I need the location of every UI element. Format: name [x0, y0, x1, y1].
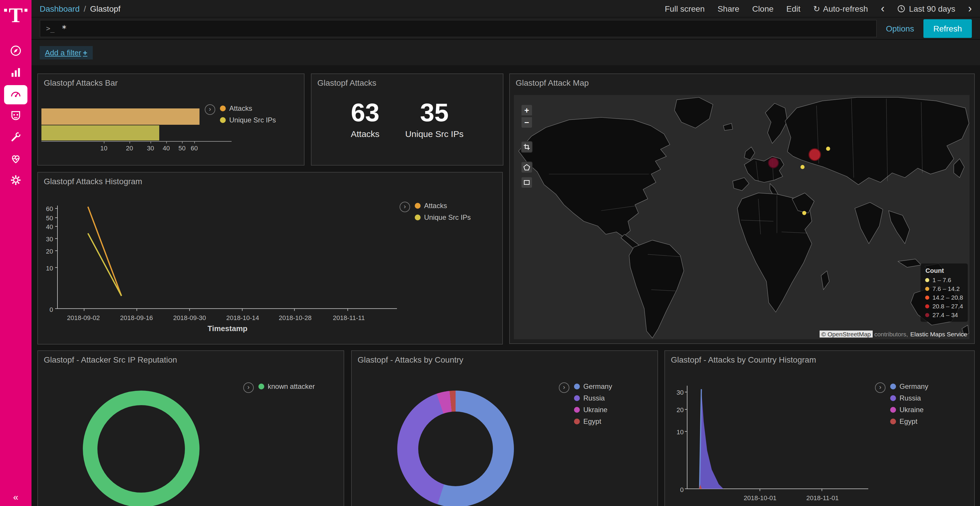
sidebar-item-tpot[interactable] [4, 107, 27, 126]
legend-toggle-icon[interactable]: › [875, 382, 886, 393]
legend-item-egypt[interactable]: Egypt [574, 417, 612, 425]
legend-item-unique-src-ips[interactable]: Unique Src IPs [220, 116, 276, 124]
zoom-in-button[interactable]: + [521, 104, 533, 116]
attack-marker[interactable] [809, 149, 821, 160]
country-donut-chart[interactable] [397, 390, 514, 506]
panel-attack-map: Glastopf Attack Map [509, 73, 975, 344]
series-line-unique-src-ips[interactable] [88, 233, 121, 296]
breadcrumb-dashboard-link[interactable]: Dashboard [40, 4, 80, 13]
x-tick [151, 141, 151, 143]
time-back-chevron-icon[interactable]: ‹ [881, 3, 885, 14]
osm-attribution-link[interactable]: © OpenStreetMap [819, 330, 873, 338]
area-russia[interactable] [700, 389, 723, 489]
x-axis-title: Timestamp [735, 505, 805, 506]
legend-toggle-icon[interactable]: › [559, 382, 570, 393]
panel-attacks-bar: Glastopf Attacks Bar 10 20 30 40 50 60 › [37, 73, 304, 165]
legend-toggle-icon[interactable]: › [243, 382, 254, 393]
topbar: Dashboard / Glastopf Full screen Share C… [32, 0, 980, 17]
bar-unique-src-ips[interactable] [41, 125, 159, 141]
search-query-input[interactable]: >_ * [40, 19, 877, 37]
legend-item-russia[interactable]: Russia [574, 394, 612, 402]
time-range-picker[interactable]: Last 90 days [897, 4, 956, 13]
legend-dot [574, 395, 580, 401]
gauge-icon [10, 87, 22, 102]
sidebar-item-discover[interactable] [4, 42, 27, 61]
filter-bar: Add a filter+ [32, 40, 980, 65]
legend-toggle-icon[interactable]: › [399, 202, 410, 212]
zoom-out-button[interactable]: − [521, 117, 533, 128]
sidebar-item-health[interactable] [4, 150, 27, 169]
mask-icon [10, 109, 22, 124]
query-prompt-icon: >_ [46, 24, 54, 32]
clock-icon [897, 5, 905, 13]
se-asia [889, 211, 910, 244]
share-button[interactable]: Share [718, 4, 740, 13]
sidebar-item-settings[interactable] [4, 171, 27, 190]
legend-item-unique-src-ips[interactable]: Unique Src IPs [415, 213, 471, 222]
dashboard-grid: Glastopf Attacks Bar 10 20 30 40 50 60 › [32, 65, 980, 506]
clone-button[interactable]: Clone [752, 4, 773, 13]
legend-dot [220, 106, 226, 111]
full-screen-button[interactable]: Full screen [665, 4, 705, 13]
legend-item-attacks[interactable]: Attacks [220, 104, 276, 113]
sidebar-item-dashboard[interactable] [4, 85, 27, 104]
gear-icon [10, 173, 22, 189]
legend-item-known-attacker[interactable]: known attacker [258, 382, 315, 390]
telekom-logo[interactable]: T [4, 5, 27, 33]
series-line-attacks[interactable] [88, 207, 121, 296]
time-forward-chevron-icon[interactable]: › [968, 3, 972, 14]
crop-icon [523, 143, 530, 151]
attack-marker[interactable] [768, 158, 778, 168]
legend-row: 7.6 – 14.2 [926, 285, 963, 292]
sidebar-collapse-icon[interactable]: « [0, 492, 32, 503]
legend-item-egypt[interactable]: Egypt [890, 417, 928, 425]
world-map-svg [514, 95, 969, 339]
donut-slice-known-attacker[interactable] [83, 390, 199, 506]
bar-attacks[interactable] [41, 108, 199, 125]
legend-dot [220, 117, 226, 123]
british-isles [745, 147, 755, 160]
legend-toggle-icon[interactable]: › [205, 104, 215, 115]
attack-marker[interactable] [802, 211, 806, 215]
legend-item-ukraine[interactable]: Ukraine [890, 406, 928, 414]
legend-dot [415, 203, 421, 209]
indonesia [898, 259, 921, 267]
attack-marker[interactable] [800, 165, 804, 169]
auto-refresh-button[interactable]: ↻ Auto-refresh [813, 4, 868, 13]
metric-value: 63 [351, 100, 379, 125]
edit-button[interactable]: Edit [786, 4, 800, 13]
add-filter-button[interactable]: Add a filter+ [40, 46, 93, 59]
panel-src-ip-reputation: Glastopf - Attacker Src IP Reputation › … [37, 351, 344, 506]
legend-item-germany[interactable]: Germany [890, 382, 928, 390]
metric-unique-src-ips: 35 Unique Src IPs [405, 100, 463, 139]
world-map[interactable]: + − Count 1 – 7.6 7.6 – 14 [514, 95, 969, 339]
refresh-cycle-icon: ↻ [813, 4, 820, 13]
legend-item-ukraine[interactable]: Ukraine [574, 406, 612, 414]
crop-tool-button[interactable] [521, 141, 533, 153]
x-tick-label: 2018-10-14 [220, 314, 266, 321]
breadcrumb-separator: / [84, 4, 86, 13]
metric-label: Attacks [351, 129, 379, 139]
rectangle-tool-button[interactable] [521, 177, 533, 188]
polygon-tool-button[interactable] [521, 162, 533, 173]
metric-attacks: 63 Attacks [351, 100, 379, 139]
sidebar-item-visualize[interactable] [4, 63, 27, 83]
x-tick-label: 2018-10-28 [272, 314, 318, 321]
options-link[interactable]: Options [886, 24, 914, 33]
legend-item-germany[interactable]: Germany [574, 382, 612, 390]
line-chart [38, 173, 502, 344]
polygon-icon [523, 164, 530, 171]
legend-dot [890, 384, 896, 389]
wrench-icon [10, 130, 22, 146]
legend-row: 20.8 – 27.4 [926, 303, 963, 309]
legend-item-russia[interactable]: Russia [890, 394, 928, 402]
legend-dot [574, 407, 580, 413]
refresh-button[interactable]: Refresh [923, 19, 972, 38]
legend-dot [258, 384, 264, 389]
logo-dot [24, 9, 27, 12]
x-tick-label: 2018-09-02 [60, 314, 107, 321]
legend-item-attacks[interactable]: Attacks [415, 202, 471, 210]
attack-marker[interactable] [826, 147, 830, 151]
x-tick-label: 20 [123, 144, 137, 152]
sidebar-item-tools[interactable] [4, 128, 27, 148]
